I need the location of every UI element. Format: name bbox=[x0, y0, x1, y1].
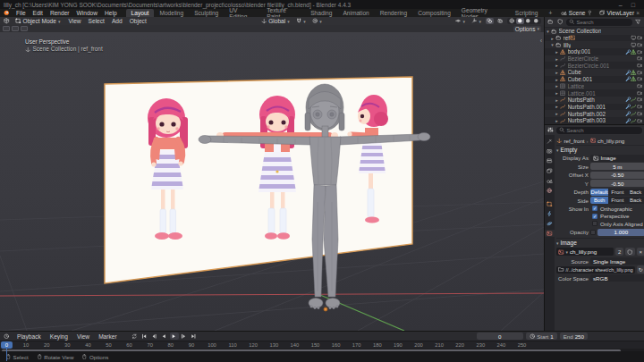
properties-search-input[interactable]: Search bbox=[556, 127, 642, 134]
checkbox[interactable]: ✓ bbox=[592, 214, 597, 219]
checkbox[interactable] bbox=[592, 221, 597, 226]
outliner-row-lattice-001[interactable]: ▸Lattice.001 bbox=[545, 89, 644, 97]
shading-solid-button[interactable] bbox=[516, 18, 524, 24]
checkbox-perspective[interactable]: ✓Perspective bbox=[556, 213, 644, 221]
reload-image-button[interactable]: ↻ bbox=[637, 265, 644, 274]
timeline-menu-view[interactable]: View bbox=[73, 333, 93, 340]
expand-icon[interactable]: ▸ bbox=[554, 70, 560, 75]
play-reverse-button[interactable] bbox=[160, 333, 169, 340]
prev-key-button[interactable] bbox=[150, 333, 159, 340]
workspace-tab-rendering[interactable]: Rendering bbox=[375, 9, 412, 17]
menu-help[interactable]: Help bbox=[101, 10, 121, 16]
jump-start-button[interactable] bbox=[140, 333, 149, 340]
properties-tab-constraint[interactable] bbox=[545, 210, 555, 217]
editor-type-icon[interactable] bbox=[3, 18, 11, 24]
options-dropdown[interactable]: Options ▾ bbox=[513, 26, 541, 32]
view-layer-selector[interactable]: ViewLayer × bbox=[597, 10, 641, 16]
colorspace-dropdown[interactable]: sRGB bbox=[590, 274, 644, 282]
outliner-row-cube-001[interactable]: ▸Cube.001 bbox=[545, 76, 644, 83]
outliner-display-mode-dropdown[interactable] bbox=[547, 19, 555, 25]
frame-start-field[interactable]: Start 1 bbox=[526, 333, 557, 340]
play-button[interactable] bbox=[170, 333, 179, 340]
opacity-slider[interactable]: 1.000 bbox=[597, 229, 644, 236]
breadcrumb-object[interactable]: ref_front bbox=[564, 138, 585, 144]
side-back[interactable]: Back bbox=[626, 197, 644, 204]
outliner-row-nurbspath-002[interactable]: ▸NurbsPath.002 bbox=[545, 110, 644, 117]
image-name-field[interactable]: ▾ ch_lilly.png bbox=[556, 248, 614, 256]
outliner-row-lattice[interactable]: ▸Lattice bbox=[545, 83, 644, 90]
timeline-editor-icon[interactable] bbox=[3, 333, 11, 340]
timeline-menu-playback[interactable]: Playback bbox=[13, 333, 45, 340]
outliner-row-ref[interactable]: ▸ref bbox=[545, 35, 644, 42]
proportional-edit-dropdown[interactable]: ▾ bbox=[310, 18, 324, 24]
outliner-row-scene-collection[interactable]: ▾Scene Collection bbox=[545, 28, 644, 35]
breadcrumb-data[interactable]: ch_lilly.png bbox=[597, 138, 624, 144]
viewport-menu-view[interactable]: View bbox=[64, 18, 84, 24]
checkbox[interactable]: ✓ bbox=[592, 206, 597, 211]
add-workspace-button[interactable]: + bbox=[543, 9, 557, 17]
properties-tab-viewlayer[interactable] bbox=[545, 167, 555, 174]
show-overlays-toggle[interactable] bbox=[486, 18, 494, 24]
expand-icon[interactable]: ▸ bbox=[554, 90, 560, 96]
outliner-row-nurbspath-001[interactable]: ▸NurbsPath.001 bbox=[545, 104, 644, 111]
timeline-ruler[interactable]: 0 01020304050607080901001101201301401501… bbox=[0, 341, 644, 349]
expand-icon[interactable]: ▸ bbox=[554, 97, 560, 103]
mode-dropdown[interactable]: Object Mode ▾ bbox=[13, 18, 62, 24]
depth-default[interactable]: Default bbox=[590, 189, 608, 196]
expand-icon[interactable]: ▸ bbox=[554, 63, 560, 68]
snap-dropdown[interactable]: ▾ bbox=[294, 18, 308, 24]
outliner-row-nurbspath-003[interactable]: ▸NurbsPath.003 bbox=[545, 117, 644, 124]
outliner-row-beziercircle-001[interactable]: ▸BezierCircle.001 bbox=[545, 62, 644, 69]
xray-toggle[interactable] bbox=[496, 18, 504, 24]
expand-icon[interactable]: ▸ bbox=[554, 56, 560, 62]
properties-tab-render[interactable] bbox=[545, 147, 555, 155]
display-as-dropdown[interactable]: Image bbox=[590, 155, 644, 162]
workspace-tab-sculpting[interactable]: Sculpting bbox=[189, 9, 224, 17]
outliner-row-cube[interactable]: ▸Cube bbox=[545, 69, 644, 76]
size-field[interactable]: 5 m bbox=[590, 163, 644, 170]
workspace-tab-animation[interactable]: Animation bbox=[337, 9, 374, 17]
wrapped-header-icon[interactable] bbox=[21, 26, 28, 31]
maximize-button[interactable]: □ bbox=[631, 2, 635, 8]
workspace-tab-compositing[interactable]: Compositing bbox=[412, 9, 456, 17]
expand-icon[interactable]: ▸ bbox=[554, 111, 560, 116]
workspace-tab-layout[interactable]: Layout bbox=[126, 9, 155, 17]
empty-panel-header[interactable]: ▾Empty bbox=[556, 145, 644, 154]
jump-end-button[interactable] bbox=[190, 333, 199, 340]
outliner-search-input[interactable]: Search bbox=[566, 19, 632, 26]
funnel-filter-icon[interactable] bbox=[634, 19, 642, 25]
properties-tab-physics[interactable] bbox=[545, 220, 555, 227]
gizmos-dropdown[interactable]: ▾ bbox=[470, 18, 483, 24]
outliner-row-body-001[interactable]: ▸body.001 bbox=[545, 48, 644, 55]
menu-window[interactable]: Window bbox=[73, 10, 101, 16]
source-dropdown[interactable]: Single Image bbox=[590, 257, 644, 265]
expand-icon[interactable]: ▾ bbox=[545, 29, 551, 34]
properties-editor-icon[interactable] bbox=[547, 127, 555, 133]
expand-icon[interactable]: ▾ bbox=[549, 42, 555, 47]
object-type-visibility-dropdown[interactable]: ▾ bbox=[453, 18, 467, 24]
shading-wireframe-button[interactable] bbox=[508, 18, 516, 24]
minimize-button[interactable]: – bbox=[619, 2, 623, 8]
workspace-tab-scripting[interactable]: Scripting bbox=[510, 9, 544, 17]
playhead[interactable]: 0 bbox=[1, 341, 13, 349]
expand-icon[interactable]: ▸ bbox=[554, 83, 560, 88]
menu-file[interactable]: File bbox=[13, 10, 30, 16]
outliner-row-beziercircle[interactable]: ▸BezierCircle bbox=[545, 55, 644, 63]
opacity-checkbox[interactable] bbox=[590, 230, 596, 235]
viewport-menu-add[interactable]: Add bbox=[108, 18, 126, 24]
sidebar-collapse-arrow[interactable]: ‹ bbox=[540, 38, 542, 44]
outliner-row-lilly[interactable]: ▾lilly bbox=[545, 41, 644, 48]
properties-tab-tool[interactable] bbox=[545, 138, 555, 145]
image-users-count[interactable]: 2 bbox=[615, 248, 623, 256]
menu-edit[interactable]: Edit bbox=[30, 10, 47, 16]
properties-tab-object[interactable] bbox=[545, 200, 555, 207]
expand-icon[interactable]: ▸ bbox=[554, 118, 560, 123]
timeline-menu-keying[interactable]: Keying bbox=[47, 333, 72, 340]
transform-orientation-dropdown[interactable]: Global ▾ bbox=[259, 18, 292, 24]
expand-icon[interactable]: ▸ bbox=[554, 49, 560, 55]
image-panel-header[interactable]: ▾Image bbox=[556, 238, 644, 247]
properties-tab-output[interactable] bbox=[545, 157, 555, 164]
expand-icon[interactable]: ▸ bbox=[554, 77, 560, 82]
properties-tab-world[interactable] bbox=[545, 187, 555, 194]
depth-back[interactable]: Back bbox=[626, 189, 644, 196]
